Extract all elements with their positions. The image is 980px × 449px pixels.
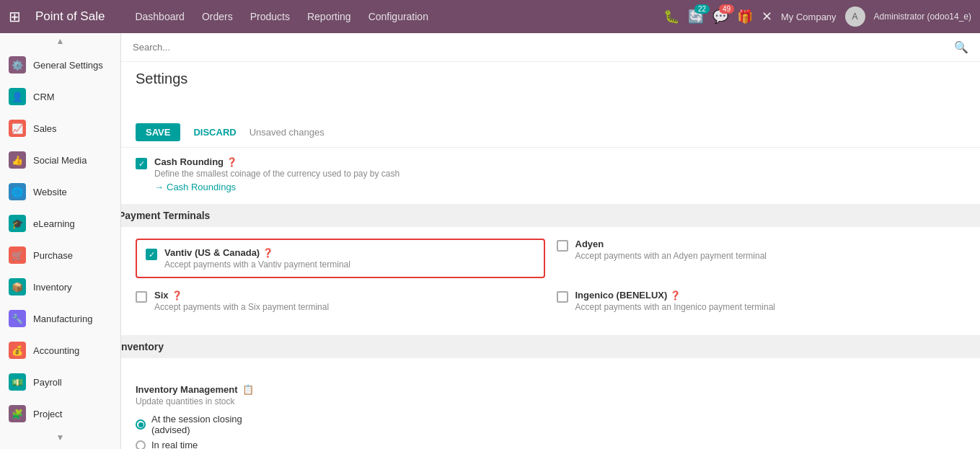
inventory-management: Inventory Management 📋 Update quantities… <box>136 384 966 449</box>
six-checkbox[interactable] <box>136 291 147 303</box>
sidebar-item-website[interactable]: 🌐 Website <box>0 176 120 208</box>
accounting-icon: 💰 <box>9 342 26 359</box>
cash-rounding-item: ✓ Cash Rounding ❓ Define the smallest co… <box>136 148 966 204</box>
website-icon: 🌐 <box>9 183 26 200</box>
close-icon[interactable]: ✕ <box>762 9 772 25</box>
sidebar-label-sales: Sales <box>33 123 57 134</box>
cash-rounding-description: Define the smallest coinage of the curre… <box>154 169 399 179</box>
cash-rounding-help-icon[interactable]: ❓ <box>226 157 237 167</box>
payroll-icon: 💵 <box>9 373 26 391</box>
save-button[interactable]: SAVE <box>136 123 180 141</box>
settings-header: Settings <box>121 62 980 87</box>
sidebar-label-crm: CRM <box>33 92 55 102</box>
vantiv-title: Vantiv (US & Canada) ❓ <box>164 247 350 258</box>
sidebar-item-inventory[interactable]: 📦 Inventory <box>0 271 120 303</box>
inventory-management-title: Inventory Management 📋 <box>136 384 966 395</box>
cash-rounding-title: Cash Rounding ❓ <box>154 156 399 167</box>
ingenico-description: Accept payments with an Ingenico payment… <box>575 302 775 312</box>
cash-rounding-content: Cash Rounding ❓ Define the smallest coin… <box>154 156 399 192</box>
nav-configuration[interactable]: Configuration <box>361 8 436 25</box>
sidebar-label-purchase: Purchase <box>33 250 73 261</box>
sidebar-item-project[interactable]: 🧩 Project <box>0 398 120 430</box>
sidebar-item-purchase[interactable]: 🛒 Purchase <box>0 239 120 271</box>
grid-icon[interactable]: ⊞ <box>9 8 21 25</box>
inventory-management-icon: 📋 <box>242 384 254 395</box>
radio-realtime-btn[interactable] <box>136 440 146 450</box>
payment-terminals-content: ✓ Vantiv (US & Canada) ❓ Accept payments… <box>121 239 980 335</box>
gift-icon[interactable]: 🎁 <box>737 9 753 25</box>
adyen-item: Adyen Accept payments with an Adyen paym… <box>557 239 966 278</box>
discard-button[interactable]: DISCARD <box>189 123 240 141</box>
toolbar: SAVE DISCARD Unsaved changes <box>121 117 980 148</box>
search-input[interactable] <box>133 42 954 53</box>
cash-rounding-section: ✓ Cash Rounding ❓ Define the smallest co… <box>121 148 980 204</box>
clock-icon[interactable]: 🔄 22 <box>688 9 704 25</box>
project-icon: 🧩 <box>9 405 26 422</box>
sidebar-label-social-media: Social Media <box>33 155 87 166</box>
sidebar-item-payroll[interactable]: 💵 Payroll <box>0 366 120 398</box>
avatar: A <box>845 6 865 27</box>
vantiv-item: ✓ Vantiv (US & Canada) ❓ Accept payments… <box>136 239 545 278</box>
sidebar-label-payroll: Payroll <box>33 377 62 388</box>
vantiv-description: Accept payments with a Vantiv payment te… <box>164 259 350 270</box>
bug-icon[interactable]: 🐛 <box>663 9 679 25</box>
search-bar: 🔍 <box>121 33 980 62</box>
general-settings-icon: ⚙️ <box>9 56 26 74</box>
six-help-icon[interactable]: ❓ <box>172 290 182 301</box>
sidebar-item-elearning[interactable]: 🎓 eLearning <box>0 208 120 239</box>
nav-reporting[interactable]: Reporting <box>300 8 358 25</box>
cash-rounding-checkbox[interactable]: ✓ <box>136 158 147 169</box>
radio-session-closing-btn[interactable] <box>136 419 146 430</box>
inventory-management-desc: Update quantities in stock <box>136 396 966 406</box>
sidebar-label-accounting: Accounting <box>33 345 79 356</box>
main-content: 🔍 Settings SAVE DISCARD Unsaved changes … <box>121 33 980 449</box>
cash-roundings-link[interactable]: → Cash Roundings <box>154 182 399 192</box>
inventory-radio-group: At the session closing(advised) In real … <box>136 414 966 449</box>
user-name: Administrator (odoo14_e) <box>874 12 971 22</box>
sidebar-item-crm[interactable]: 👤 CRM <box>0 81 120 112</box>
sidebar-label-website: Website <box>33 187 67 197</box>
six-title: Six ❓ <box>154 290 329 301</box>
adyen-title: Adyen <box>575 239 767 249</box>
payment-terminals-header: Payment Terminals <box>121 204 980 227</box>
page-title: Settings <box>136 71 966 87</box>
nav-products[interactable]: Products <box>243 8 297 25</box>
vantiv-checkbox[interactable]: ✓ <box>146 249 157 260</box>
sidebar-item-general-settings[interactable]: ⚙️ General Settings <box>0 49 120 81</box>
vantiv-help-icon[interactable]: ❓ <box>262 248 273 258</box>
navbar-right: 🐛 🔄 22 💬 49 🎁 ✕ My Company A Administrat… <box>663 6 971 27</box>
sales-icon: 📈 <box>9 120 26 137</box>
sidebar-scroll-down[interactable]: ▼ <box>0 430 120 445</box>
six-description: Accept payments with a Six payment termi… <box>154 302 329 312</box>
elearning-icon: 🎓 <box>9 215 26 232</box>
adyen-content: Adyen Accept payments with an Adyen paym… <box>575 239 767 261</box>
radio-realtime-label: In real time <box>151 440 198 449</box>
inventory-section-header: Inventory <box>121 335 980 358</box>
unsaved-changes-label: Unsaved changes <box>250 127 325 138</box>
sidebar-item-social-media[interactable]: 👍 Social Media <box>0 144 120 176</box>
social-media-icon: 👍 <box>9 151 26 169</box>
navbar: ⊞ Point of Sale Dashboard Orders Product… <box>0 0 980 33</box>
nav-orders[interactable]: Orders <box>195 8 240 25</box>
ingenico-help-icon[interactable]: ❓ <box>670 290 681 301</box>
ingenico-checkbox[interactable] <box>557 291 568 303</box>
ingenico-item: Ingenico (BENELUX) ❓ Accept payments wit… <box>557 290 966 312</box>
sidebar-item-accounting[interactable]: 💰 Accounting <box>0 334 120 366</box>
app-title: Point of Sale <box>35 9 105 24</box>
clock-badge: 22 <box>694 4 710 14</box>
adyen-checkbox[interactable] <box>557 240 568 252</box>
sidebar-item-sales[interactable]: 📈 Sales <box>0 112 120 144</box>
manufacturing-icon: 🔧 <box>9 310 26 327</box>
sidebar-item-manufacturing[interactable]: 🔧 Manufacturing <box>0 303 120 334</box>
ingenico-content: Ingenico (BENELUX) ❓ Accept payments wit… <box>575 290 775 312</box>
nav-menu: Dashboard Orders Products Reporting Conf… <box>128 8 652 25</box>
ingenico-title: Ingenico (BENELUX) ❓ <box>575 290 775 301</box>
chat-icon[interactable]: 💬 49 <box>712 9 728 25</box>
crm-icon: 👤 <box>9 88 26 105</box>
purchase-icon: 🛒 <box>9 246 26 264</box>
sidebar-scroll-up[interactable]: ▲ <box>0 33 120 49</box>
nav-dashboard[interactable]: Dashboard <box>128 8 192 25</box>
sidebar-label-manufacturing: Manufacturing <box>33 314 92 324</box>
radio-realtime: In real time <box>136 440 966 449</box>
payment-terminals-grid: ✓ Vantiv (US & Canada) ❓ Accept payments… <box>136 239 966 312</box>
